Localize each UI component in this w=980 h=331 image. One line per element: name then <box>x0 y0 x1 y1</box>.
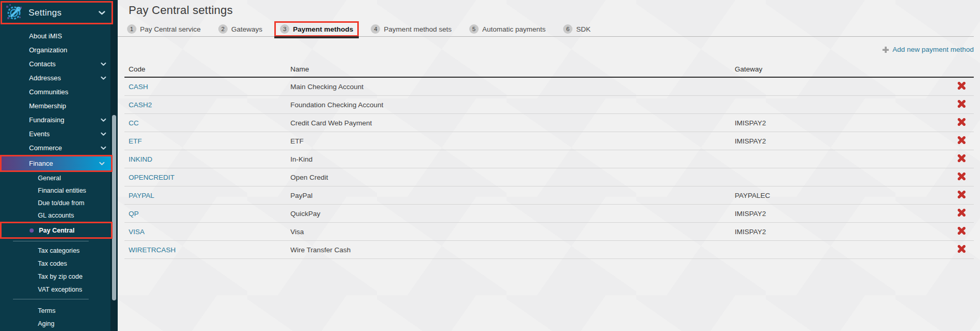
payment-method-code-link[interactable]: CC <box>129 119 139 127</box>
sidebar-item-label: Tax codes <box>38 260 67 267</box>
sidebar-item-aging[interactable]: Aging <box>0 317 118 330</box>
sidebar-item-label: Communities <box>29 88 68 96</box>
sidebar-item-general[interactable]: General <box>0 172 118 184</box>
payment-method-code-link[interactable]: PAYPAL <box>129 192 155 199</box>
sidebar-item-label: Aging <box>38 320 54 327</box>
column-header-name: Name <box>286 62 731 77</box>
payment-method-name: Credit Card Web Payment <box>286 114 731 132</box>
delete-x-icon[interactable] <box>958 118 965 126</box>
payment-method-gateway <box>731 77 941 96</box>
sidebar-item-finance[interactable]: Finance <box>0 155 113 172</box>
column-header-actions <box>941 62 974 77</box>
tab-payment-methods[interactable]: 3Payment methods <box>274 21 359 37</box>
sidebar-item-label: Addresses <box>29 74 61 82</box>
payment-method-name: Open Credit <box>286 168 731 186</box>
sidebar-item-label: About iMIS <box>29 32 62 40</box>
payment-method-code-link[interactable]: QP <box>129 210 139 218</box>
sidebar-item-tax-categories[interactable]: Tax categories <box>0 244 118 257</box>
delete-x-icon[interactable] <box>958 209 965 217</box>
tab-payment-method-sets[interactable]: 4Payment method sets <box>365 21 457 37</box>
tab-automatic-payments[interactable]: 5Automatic payments <box>464 21 551 37</box>
sidebar-item-communities[interactable]: Communities <box>0 85 118 99</box>
table-row-cash: CASHMain Checking Account <box>124 77 974 96</box>
sidebar-item-financial-entities[interactable]: Financial entities <box>0 184 118 197</box>
app-root: Settings About iMISOrganizationContactsA… <box>0 0 980 331</box>
tax-sublist: Tax categoriesTax codesTax by zip codeVA… <box>0 244 118 296</box>
payment-method-name: Foundation Checking Account <box>286 96 731 114</box>
tab-sdk[interactable]: 6SDK <box>557 21 596 37</box>
payment-method-code-link[interactable]: CASH <box>129 83 148 91</box>
payment-method-code-link[interactable]: INKIND <box>129 155 152 163</box>
payment-method-code-link[interactable]: ETF <box>129 137 142 145</box>
payment-method-code-link[interactable]: WIRETRCASH <box>129 246 176 254</box>
payment-method-gateway <box>731 168 941 186</box>
sidebar-item-tax-by-zip-code[interactable]: Tax by zip code <box>0 270 118 283</box>
other-sublist: TermsAging <box>0 304 118 330</box>
delete-x-icon[interactable] <box>958 82 965 90</box>
sidebar-item-events[interactable]: Events <box>0 127 118 141</box>
sidebar-item-addresses[interactable]: Addresses <box>0 71 118 85</box>
tab-label: Gateways <box>231 25 262 33</box>
table-row-paypal: PAYPALPayPalPAYPALEC <box>124 186 974 205</box>
sidebar-item-label: Terms <box>38 307 55 314</box>
sidebar-item-contacts[interactable]: Contacts <box>0 57 118 71</box>
sidebar-item-due-to-due-from[interactable]: Due to/due from <box>0 197 118 209</box>
chevron-down-icon <box>99 162 105 165</box>
sidebar-item-label: Due to/due from <box>38 199 85 207</box>
table-row-qp: QPQuickPayIMISPAY2 <box>124 205 974 223</box>
add-new-payment-method-link[interactable]: Add new payment method <box>882 46 974 53</box>
payment-method-code-link[interactable]: CASH2 <box>129 101 152 109</box>
tab-number-badge: 5 <box>469 24 479 34</box>
sidebar-item-label: VAT exceptions <box>38 286 82 293</box>
payment-method-code-link[interactable]: OPENCREDIT <box>129 174 175 181</box>
sidebar-item-label: Tax by zip code <box>38 273 82 280</box>
delete-x-icon[interactable] <box>958 191 965 198</box>
tab-gateways[interactable]: 2Gateways <box>213 21 268 37</box>
sidebar-item-organization[interactable]: Organization <box>0 43 118 57</box>
delete-x-icon[interactable] <box>958 136 965 144</box>
sidebar-item-pay-central[interactable]: Pay Central <box>0 222 113 239</box>
sidebar-item-label: Commerce <box>29 144 62 152</box>
sidebar-item-label: Financial entities <box>38 187 86 194</box>
chevron-down-icon <box>101 76 106 80</box>
column-header-gateway: Gateway <box>731 62 941 77</box>
delete-x-icon[interactable] <box>958 154 965 162</box>
sidebar-item-label: Membership <box>29 102 66 110</box>
delete-x-icon[interactable] <box>958 100 965 108</box>
payment-method-gateway: IMISPAY2 <box>731 114 941 132</box>
payment-method-gateway: IMISPAY2 <box>731 132 941 150</box>
sidebar-item-membership[interactable]: Membership <box>0 99 118 113</box>
chevron-down-icon <box>101 62 106 66</box>
settings-menu-header[interactable]: Settings <box>1 1 113 24</box>
tab-pay-central-service[interactable]: 1Pay Central service <box>121 21 206 37</box>
chevron-down-icon <box>101 132 106 136</box>
chevron-down-icon <box>99 11 105 15</box>
sidebar-item-gl-accounts[interactable]: GL accounts <box>0 209 118 222</box>
sidebar-item-terms[interactable]: Terms <box>0 304 118 317</box>
tab-number-badge: 6 <box>563 24 572 34</box>
table-row-opencredit: OPENCREDITOpen Credit <box>124 168 974 186</box>
sidebar-item-label: General <box>38 175 61 182</box>
payment-method-gateway <box>731 150 941 168</box>
delete-x-icon[interactable] <box>958 245 965 253</box>
main-content: Pay Central settings 1Pay Central servic… <box>118 0 980 331</box>
chevron-down-icon <box>101 118 106 122</box>
settings-nav: About iMISOrganizationContactsAddressesC… <box>0 29 118 330</box>
sidebar-item-tax-codes[interactable]: Tax codes <box>0 257 118 270</box>
tab-label: Pay Central service <box>140 25 201 33</box>
payment-methods-table: Code Name Gateway CASHMain Checking Acco… <box>124 62 974 259</box>
sidebar-item-fundraising[interactable]: Fundraising <box>0 113 118 127</box>
tab-label: Payment methods <box>293 25 353 33</box>
page-title: Pay Central settings <box>129 0 974 17</box>
selected-item-bullet-icon <box>30 228 34 233</box>
sidebar-item-about-imis[interactable]: About iMIS <box>0 29 118 43</box>
delete-x-icon[interactable] <box>958 227 965 235</box>
sidebar-item-vat-exceptions[interactable]: VAT exceptions <box>0 283 118 296</box>
tab-label: SDK <box>576 25 591 33</box>
payment-method-code-link[interactable]: VISA <box>129 228 145 236</box>
payment-method-name: QuickPay <box>286 205 731 223</box>
delete-x-icon[interactable] <box>958 172 965 180</box>
gear-wrench-icon <box>5 4 24 22</box>
sidebar-item-commerce[interactable]: Commerce <box>0 141 118 155</box>
table-row-visa: VISAVisaIMISPAY2 <box>124 223 974 241</box>
